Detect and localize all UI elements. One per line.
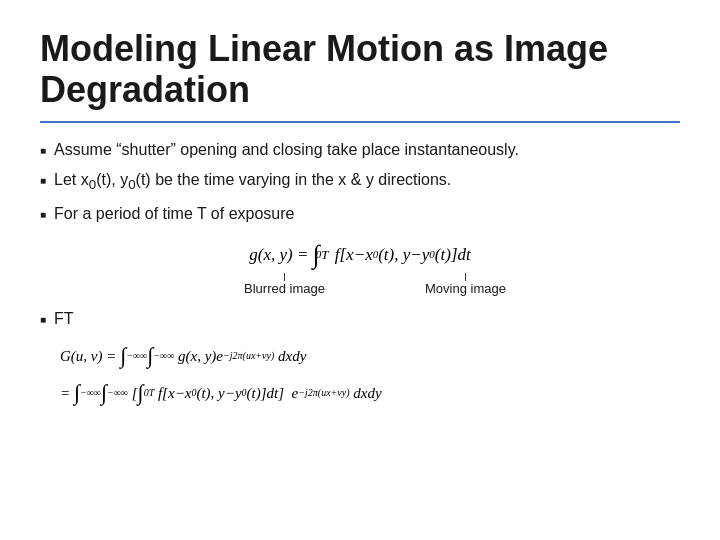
- blurred-image-label: Blurred image: [244, 273, 325, 296]
- bullet-symbol-3: ■: [40, 208, 46, 222]
- formula-1: g(x, y) = ∫ 0 T f[x−x0(t), y−y0(t)]dt: [249, 241, 471, 268]
- title-line2: Degradation: [40, 69, 250, 110]
- bullet-text-3: For a period of time T of exposure: [54, 203, 680, 225]
- moving-image-label: Moving image: [425, 273, 506, 296]
- ft-formula-line2: = ∫−∞∞ ∫−∞∞ [∫0T f[x−x0(t), y−y0(t)]dt] …: [60, 375, 382, 410]
- bullet-symbol-1: ■: [40, 144, 46, 158]
- bullet-item-4: ■ FT: [40, 308, 680, 330]
- bullet-item-1: ■ Assume “shutter” opening and closing t…: [40, 139, 680, 161]
- formula-block-1: g(x, y) = ∫ 0 T f[x−x0(t), y−y0(t)]dt Bl…: [40, 241, 680, 295]
- bullet-item-2: ■ Let x0(t), y0(t) be the time varying i…: [40, 169, 680, 195]
- bullet-item-3: ■ For a period of time T of exposure: [40, 203, 680, 225]
- title-line1: Modeling Linear Motion as Image: [40, 28, 608, 69]
- slide-title: Modeling Linear Motion as Image Degradat…: [40, 28, 680, 111]
- slide: Modeling Linear Motion as Image Degradat…: [0, 0, 720, 540]
- bullet-symbol-4: ■: [40, 313, 46, 327]
- title-divider: [40, 121, 680, 123]
- bullet-text-4: FT: [54, 308, 680, 330]
- bullet-text-2: Let x0(t), y0(t) be the time varying in …: [54, 169, 680, 195]
- bullet-text-1: Assume “shutter” opening and closing tak…: [54, 139, 680, 161]
- ft-formula-line1: G(u, v) = ∫−∞∞ ∫−∞∞ g(x, y)e−j2π(ux+vy) …: [60, 338, 306, 373]
- ft-formulas: G(u, v) = ∫−∞∞ ∫−∞∞ g(x, y)e−j2π(ux+vy) …: [60, 338, 680, 410]
- bullet-symbol-2: ■: [40, 174, 46, 188]
- content-area: ■ Assume “shutter” opening and closing t…: [40, 139, 680, 520]
